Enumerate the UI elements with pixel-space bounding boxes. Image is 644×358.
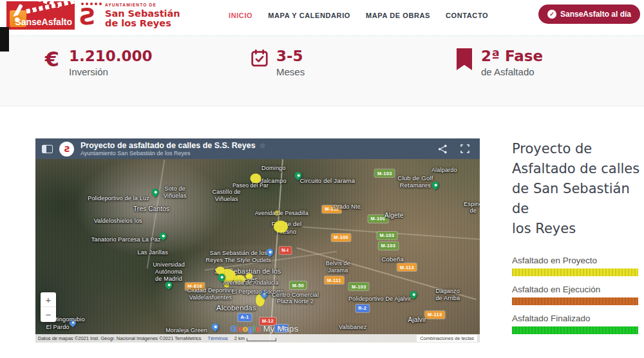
map-label: Polideportivo de la Luz: [88, 195, 149, 202]
stat-inversión: €1.210.000Inversión: [41, 48, 153, 77]
map-subtitle: Ayuntamiento San Sebastián de los Reyes: [80, 150, 266, 156]
legend: Asfaltado en ProyectoAsfaltado en Ejecuc…: [512, 256, 641, 334]
city-crest-icon: S: [79, 3, 102, 30]
legend-label: Asfaltado Finalizado: [512, 314, 641, 323]
map-label: Centro Comercial Plaza Norte 2: [272, 292, 319, 306]
google-my-maps-watermark[interactable]: GoogleMy Maps: [231, 324, 298, 334]
sanseasfalto-al-dia-button[interactable]: ✓ SanseAsfalto al día: [538, 5, 640, 24]
shopping-pin-icon[interactable]: [210, 322, 220, 332]
map-label: Espino de: [464, 201, 480, 215]
stat-label: Meses: [276, 66, 305, 77]
map-label: Soto de Viñuelas: [164, 185, 187, 200]
map-label: Moraleja Green: [166, 326, 207, 334]
star-icon[interactable]: ☆: [260, 142, 266, 149]
legend-item: Asfaltado en Proyecto: [512, 256, 641, 276]
site-header: SanseAsfalto S AYUNTAMIENTO DE San Sebas…: [0, 0, 644, 32]
road-badge: M-113: [397, 263, 417, 271]
map-toolbar: S Proyecto de asfaltado de calles de S.S…: [35, 138, 480, 159]
stat-label: de Asfaltado: [481, 66, 543, 77]
road-badge: M-103: [378, 242, 398, 250]
project-title: Proyecto de Asfaltado de calles de San S…: [512, 139, 641, 239]
terms-link[interactable]: Términos: [208, 335, 228, 341]
project-panel: Proyecto de Asfaltado de calles de San S…: [512, 139, 641, 343]
stat-value: 2ª Fase: [481, 48, 543, 64]
check-circle-icon: ✓: [547, 10, 556, 19]
map-label: Algete: [384, 212, 404, 220]
map-label: Avenida de Pesadilla: [255, 209, 308, 216]
embedded-map: S Proyecto de asfaltado de calles de S.S…: [35, 138, 480, 343]
map-label: Avenida de Andalucía: [223, 279, 279, 285]
nav-item-mapa-y-calendario[interactable]: MAPA Y CALENDARIO: [268, 12, 350, 19]
sanseasfalto-wordmark: SanseAsfalto: [15, 17, 72, 27]
map-label: Belvis de Jarama: [326, 260, 350, 274]
map-label: Alalpardo: [431, 167, 457, 174]
road-badge: M-50: [290, 281, 307, 289]
sanseasfalto-logo[interactable]: SanseAsfalto: [6, 1, 75, 30]
fullscreen-icon[interactable]: [460, 144, 469, 153]
city-hall-logo[interactable]: S AYUNTAMIENTO DE San Sebastián de los R…: [79, 3, 180, 30]
asphalt-project-area[interactable]: [250, 174, 261, 184]
map-label: Mingorrubio: [53, 316, 85, 323]
map-label: Club de Golf Retamares: [383, 174, 448, 189]
stats-band: €1.210.000Inversión3-5Meses2ª Fasede Asf…: [0, 35, 644, 106]
map-owner-avatar[interactable]: S: [59, 142, 74, 156]
legend-label: Asfaltado en Ejecución: [512, 285, 641, 294]
toggle-panel-icon[interactable]: [42, 145, 53, 153]
asphalt-project-area[interactable]: [274, 220, 288, 232]
road-badge: N-I: [279, 247, 291, 254]
zoom-out-button[interactable]: −: [41, 307, 56, 322]
left-edge-strip: [0, 27, 9, 52]
nav-item-mapa-de-obras[interactable]: MAPA DE OBRAS: [366, 12, 430, 19]
map-label: Prado Nte.: [334, 203, 363, 210]
legend-label: Asfaltado en Proyecto: [512, 256, 641, 265]
nav-item-contacto[interactable]: CONTACTO: [446, 12, 488, 19]
road-badge: M-113: [425, 311, 444, 319]
map-label: Cobeña: [382, 256, 404, 263]
map-label: Castillo de Viñuelas: [213, 189, 241, 203]
share-icon[interactable]: [438, 144, 448, 154]
road-badge: A-1: [238, 314, 251, 321]
main-nav: INICIOMAPA Y CALENDARIOMAPA DE OBRASCONT…: [229, 0, 488, 31]
map-titles: Proyecto de asfaltado de calles de S.S. …: [80, 141, 266, 157]
zoom-in-button[interactable]: +: [41, 292, 56, 307]
stat-meses: 3-5Meses: [249, 48, 305, 77]
euro-icon: €: [45, 50, 59, 69]
legend-color-bar: [512, 268, 638, 276]
map-label: Paseo del Par: [232, 182, 269, 189]
map-label: Alcobendas: [216, 304, 256, 313]
road-badge: M-100: [331, 234, 351, 241]
stat-de-asfaltado: 2ª Fasede Asfaltado: [453, 48, 543, 77]
map-label: Ciudad Deportiva Valdelasfuentes: [187, 288, 234, 302]
map-label: Daganzo de Arriba: [435, 288, 460, 302]
map-scale: 2 km: [234, 335, 276, 341]
stat-value: 3-5: [276, 48, 305, 64]
road-badge: M-103: [349, 283, 369, 290]
map-label: Valdeloshielos los: [94, 218, 142, 225]
map-label: Las Jarillas: [137, 249, 167, 256]
map-label: Tres Cantos: [133, 205, 169, 213]
map-label: Domingo: [261, 165, 285, 172]
city-hall-name: AYUNTAMIENTO DE San Sebastián de los Rey…: [105, 3, 180, 28]
map-title: Proyecto de asfaltado de calles de S.S. …: [80, 141, 266, 150]
map-label: Ajalvir: [408, 316, 426, 324]
legend-item: Asfaltado en Ejecución: [512, 285, 641, 305]
map-label: Tanatorio Parcesa La Paz: [91, 236, 161, 243]
road-badge: R-2: [355, 305, 369, 312]
map-label: El Pardo: [46, 323, 69, 330]
legend-item: Asfaltado Finalizado: [512, 314, 641, 334]
road-badge: M-111: [325, 276, 344, 284]
map-canvas[interactable]: + − GoogleMy Maps Datos de mapas ©2021 I…: [35, 159, 480, 343]
attribution-text: Datos de mapas ©2021 Inst. Geogr. Nacion…: [38, 335, 202, 341]
road-badge: M-103: [377, 232, 397, 240]
calendar-check-icon: [250, 48, 269, 70]
map-label: Valtibanez: [339, 324, 366, 331]
ribbon-icon: [457, 48, 472, 70]
map-label: Circuito del Jarama: [300, 177, 355, 184]
map-label: Universidad Autónoma de Madrid: [153, 261, 185, 282]
map-attribution: Datos de mapas ©2021 Inst. Geogr. Nacion…: [35, 334, 480, 343]
legend-color-bar: [512, 297, 638, 305]
legend-color-bar: [512, 326, 638, 334]
stat-value: 1.210.000: [69, 48, 153, 64]
keyboard-shortcuts-button[interactable]: Combinaciones de teclas: [417, 335, 477, 342]
nav-item-inicio[interactable]: INICIO: [229, 12, 252, 19]
